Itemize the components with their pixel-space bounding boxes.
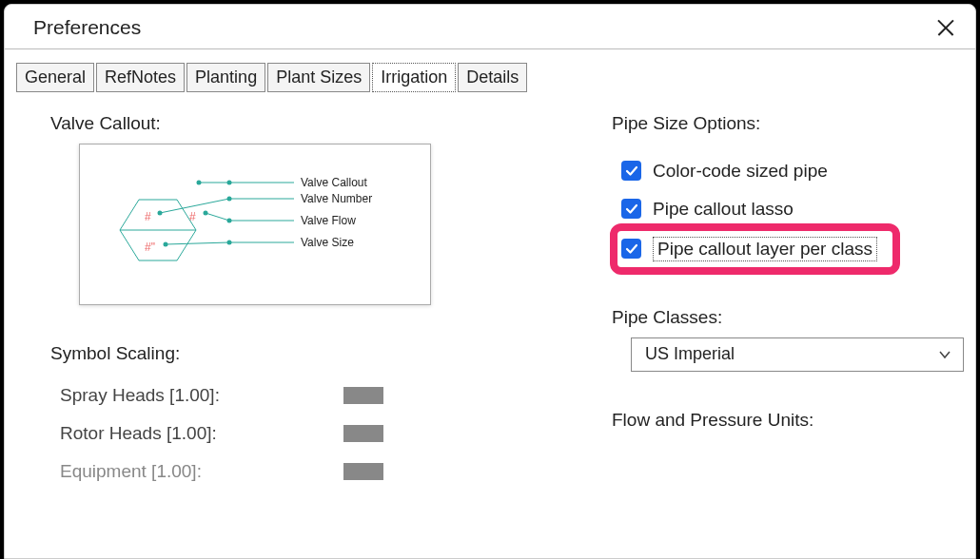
window-title: Preferences (33, 16, 141, 39)
pipe-classes-value: US Imperial (645, 344, 735, 364)
scaling-value-bar[interactable] (343, 425, 383, 442)
left-column: Valve Callout: # # #" (50, 113, 460, 499)
checkbox[interactable] (621, 161, 641, 181)
tab-planting[interactable]: Planting (186, 63, 265, 92)
scaling-value-bar[interactable] (343, 387, 383, 404)
tab-bar: GeneralRefNotesPlantingPlant SizesIrriga… (5, 63, 975, 92)
scaling-row: Spray Heads [1.00]: (60, 385, 383, 406)
hash-valve-number: # (145, 210, 151, 223)
scaling-row: Equipment [1.00]: (60, 461, 383, 482)
tab-general[interactable]: General (16, 63, 94, 92)
svg-point-9 (227, 240, 232, 244)
svg-point-6 (227, 180, 232, 184)
valve-callout-preview: # # #" (79, 144, 431, 305)
pipe-classes-select[interactable]: US Imperial (631, 337, 964, 372)
check-icon (625, 164, 638, 178)
checkbox[interactable] (621, 199, 641, 219)
hash-valve-size: #" (145, 241, 155, 254)
pipe-classes-heading: Pipe Classes: (612, 307, 973, 328)
scaling-label: Spray Heads [1.00]: (60, 385, 343, 406)
tab-irrigation[interactable]: Irrigation (372, 63, 456, 92)
tab-refnotes[interactable]: RefNotes (96, 63, 185, 92)
valve-callout-heading: Valve Callout: (50, 113, 460, 134)
check-icon (625, 242, 638, 256)
hash-valve-flow: # (189, 210, 196, 223)
svg-point-7 (227, 196, 232, 201)
titlebar: Preferences (5, 5, 975, 48)
tab-plant-sizes[interactable]: Plant Sizes (267, 63, 370, 92)
close-icon[interactable] (937, 19, 954, 36)
checkbox-row: Pipe callout lasso (621, 199, 973, 220)
checkbox-row: Color-code sized pipe (621, 161, 973, 182)
symbol-scaling-list: Spray Heads [1.00]:Rotor Heads [1.00]:Eq… (50, 374, 460, 482)
label-valve-callout: Valve Callout (301, 176, 367, 189)
svg-point-8 (227, 218, 232, 222)
label-valve-number: Valve Number (301, 192, 372, 205)
tab-details[interactable]: Details (458, 63, 527, 92)
checkbox[interactable] (621, 239, 641, 259)
columns: Valve Callout: # # #" (5, 92, 975, 499)
pipe-size-options-heading: Pipe Size Options: (612, 113, 973, 134)
checkbox-label[interactable]: Pipe callout lasso (653, 199, 794, 220)
checkbox-label[interactable]: Pipe callout layer per class (653, 237, 877, 261)
check-icon (625, 202, 638, 216)
valve-callout-diagram: # # #" (80, 145, 432, 306)
symbol-scaling-heading: Symbol Scaling: (50, 343, 460, 364)
chevron-down-icon (938, 348, 951, 361)
checkbox-row: Pipe callout layer per class (621, 237, 973, 261)
scaling-value-bar[interactable] (343, 463, 383, 480)
label-valve-flow: Valve Flow (301, 214, 356, 227)
pipe-size-options-list: Color-code sized pipePipe callout lassoP… (612, 144, 973, 261)
right-column: Pipe Size Options: Color-code sized pipe… (612, 113, 973, 499)
flow-pressure-heading: Flow and Pressure Units: (612, 410, 973, 431)
content-area: GeneralRefNotesPlantingPlant SizesIrriga… (5, 48, 975, 549)
scaling-label: Equipment [1.00]: (60, 461, 343, 482)
checkbox-label[interactable]: Color-code sized pipe (653, 161, 828, 182)
preferences-window: Preferences GeneralRefNotesPlantingPlant… (4, 4, 976, 559)
scaling-label: Rotor Heads [1.00]: (60, 423, 343, 444)
label-valve-size: Valve Size (301, 236, 354, 249)
scaling-row: Rotor Heads [1.00]: (60, 423, 383, 444)
